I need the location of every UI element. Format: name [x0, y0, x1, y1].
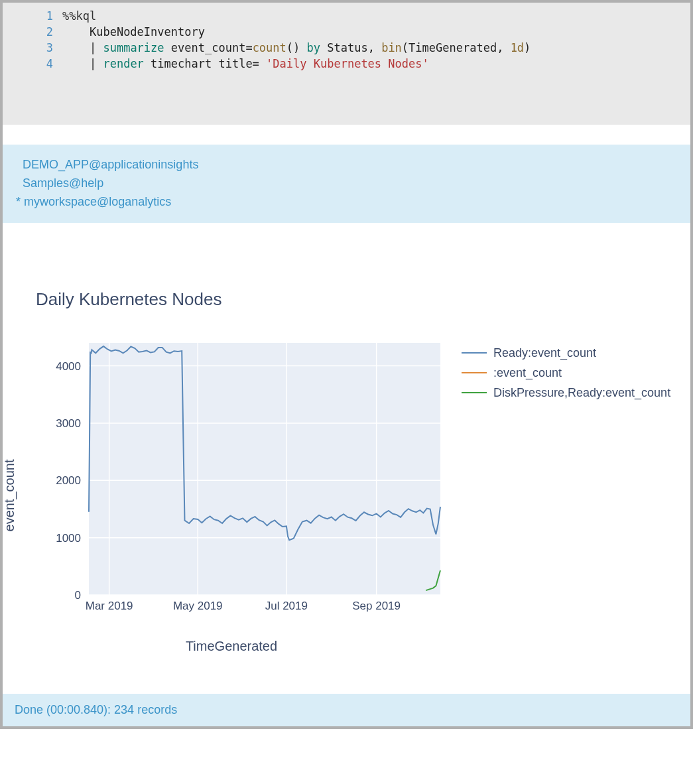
legend-swatch — [462, 372, 487, 373]
code-content[interactable]: %%kql KubeNodeInventory | summarize even… — [62, 8, 531, 72]
legend-item[interactable]: DiskPressure,Ready:event_count — [462, 383, 670, 403]
chart-svg[interactable]: 01000200030004000Mar 2019May 2019Jul 201… — [16, 336, 447, 615]
workspace-item-active[interactable]: * myworkspace@loganalytics — [16, 192, 677, 211]
plot-area[interactable]: event_count 01000200030004000Mar 2019May… — [16, 336, 447, 654]
y-axis-label: event_count — [2, 459, 17, 531]
x-axis-label: TimeGenerated — [16, 639, 447, 654]
workspace-list: DEMO_APP@applicationinsights Samples@hel… — [3, 145, 690, 223]
legend-item[interactable]: :event_count — [462, 363, 670, 383]
code-cell[interactable]: 1 2 3 4 %%kql KubeNodeInventory | summar… — [3, 3, 690, 125]
svg-text:0: 0 — [75, 589, 81, 602]
workspace-item[interactable]: Samples@help — [16, 174, 677, 192]
code-token: %%kql — [62, 9, 96, 23]
svg-text:2000: 2000 — [56, 474, 81, 487]
svg-text:3000: 3000 — [56, 417, 81, 430]
line-number-gutter: 1 2 3 4 — [3, 8, 62, 72]
legend-label: :event_count — [493, 366, 562, 380]
legend-item[interactable]: Ready:event_count — [462, 343, 670, 363]
status-text: Done (00:00.840): 234 records — [15, 703, 177, 716]
legend-swatch — [462, 352, 487, 354]
line-number: 2 — [3, 24, 53, 40]
line-number: 4 — [3, 56, 53, 72]
svg-text:4000: 4000 — [56, 360, 81, 373]
legend-swatch — [462, 392, 487, 393]
workspace-item[interactable]: DEMO_APP@applicationinsights — [16, 155, 677, 174]
line-number: 1 — [3, 8, 53, 24]
chart-output: Daily Kubernetes Nodes event_count 01000… — [3, 223, 690, 694]
svg-text:Mar 2019: Mar 2019 — [86, 600, 133, 612]
chart-legend: Ready:event_count :event_count DiskPress… — [462, 343, 670, 403]
line-number: 3 — [3, 40, 53, 56]
svg-text:Jul 2019: Jul 2019 — [265, 600, 308, 612]
svg-text:May 2019: May 2019 — [173, 600, 223, 612]
spacer — [3, 125, 690, 145]
svg-rect-0 — [89, 343, 440, 595]
svg-text:1000: 1000 — [56, 532, 81, 545]
status-bar: Done (00:00.840): 234 records — [3, 694, 690, 726]
code-token: KubeNodeInventory — [90, 25, 205, 38]
svg-text:Sep 2019: Sep 2019 — [352, 600, 401, 612]
legend-label: DiskPressure,Ready:event_count — [493, 386, 670, 400]
chart-title: Daily Kubernetes Nodes — [36, 289, 684, 310]
legend-label: Ready:event_count — [493, 346, 596, 360]
